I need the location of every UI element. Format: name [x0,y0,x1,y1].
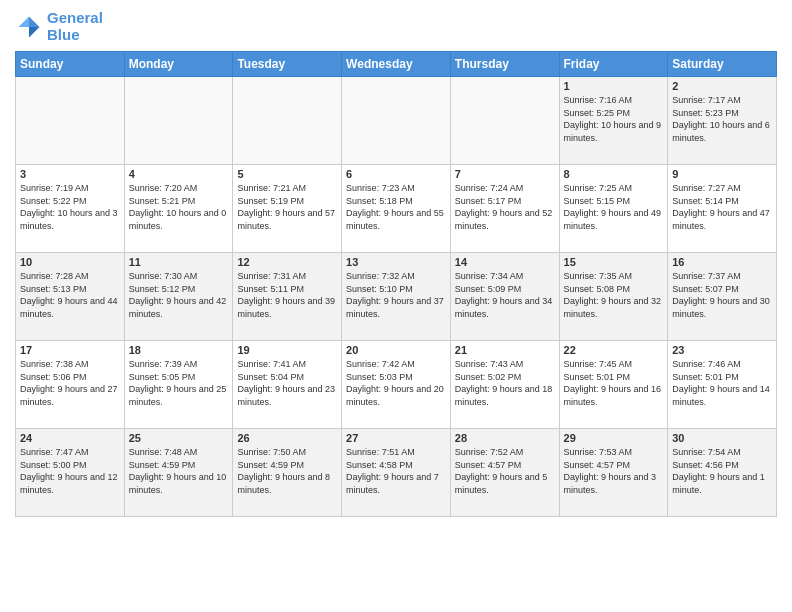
day-number: 6 [346,168,446,180]
calendar-cell: 19Sunrise: 7:41 AM Sunset: 5:04 PM Dayli… [233,341,342,429]
day-info: Sunrise: 7:16 AM Sunset: 5:25 PM Dayligh… [564,94,664,144]
day-info: Sunrise: 7:37 AM Sunset: 5:07 PM Dayligh… [672,270,772,320]
page-container: General Blue SundayMondayTuesdayWednesda… [0,0,792,527]
logo-text: General Blue [47,10,103,43]
calendar-cell [124,77,233,165]
svg-marker-1 [29,27,40,38]
day-info: Sunrise: 7:23 AM Sunset: 5:18 PM Dayligh… [346,182,446,232]
calendar-cell: 23Sunrise: 7:46 AM Sunset: 5:01 PM Dayli… [668,341,777,429]
day-info: Sunrise: 7:39 AM Sunset: 5:05 PM Dayligh… [129,358,229,408]
page-header: General Blue [15,10,777,43]
weekday-header-sunday: Sunday [16,52,125,77]
day-info: Sunrise: 7:21 AM Sunset: 5:19 PM Dayligh… [237,182,337,232]
day-number: 8 [564,168,664,180]
calendar-cell: 10Sunrise: 7:28 AM Sunset: 5:13 PM Dayli… [16,253,125,341]
day-number: 15 [564,256,664,268]
calendar-cell: 28Sunrise: 7:52 AM Sunset: 4:57 PM Dayli… [450,429,559,517]
day-info: Sunrise: 7:24 AM Sunset: 5:17 PM Dayligh… [455,182,555,232]
day-number: 30 [672,432,772,444]
day-number: 7 [455,168,555,180]
day-info: Sunrise: 7:27 AM Sunset: 5:14 PM Dayligh… [672,182,772,232]
calendar-table: SundayMondayTuesdayWednesdayThursdayFrid… [15,51,777,517]
day-number: 5 [237,168,337,180]
day-number: 14 [455,256,555,268]
day-number: 4 [129,168,229,180]
day-number: 28 [455,432,555,444]
day-number: 11 [129,256,229,268]
day-info: Sunrise: 7:52 AM Sunset: 4:57 PM Dayligh… [455,446,555,496]
calendar-cell: 7Sunrise: 7:24 AM Sunset: 5:17 PM Daylig… [450,165,559,253]
logo: General Blue [15,10,103,43]
day-info: Sunrise: 7:50 AM Sunset: 4:59 PM Dayligh… [237,446,337,496]
calendar-cell [233,77,342,165]
calendar-cell: 29Sunrise: 7:53 AM Sunset: 4:57 PM Dayli… [559,429,668,517]
day-number: 17 [20,344,120,356]
weekday-header-wednesday: Wednesday [342,52,451,77]
day-number: 26 [237,432,337,444]
calendar-cell: 13Sunrise: 7:32 AM Sunset: 5:10 PM Dayli… [342,253,451,341]
day-info: Sunrise: 7:17 AM Sunset: 5:23 PM Dayligh… [672,94,772,144]
calendar-cell: 14Sunrise: 7:34 AM Sunset: 5:09 PM Dayli… [450,253,559,341]
day-number: 12 [237,256,337,268]
weekday-header-tuesday: Tuesday [233,52,342,77]
day-number: 27 [346,432,446,444]
calendar-cell: 6Sunrise: 7:23 AM Sunset: 5:18 PM Daylig… [342,165,451,253]
day-info: Sunrise: 7:42 AM Sunset: 5:03 PM Dayligh… [346,358,446,408]
calendar-cell: 3Sunrise: 7:19 AM Sunset: 5:22 PM Daylig… [16,165,125,253]
calendar-header-row: SundayMondayTuesdayWednesdayThursdayFrid… [16,52,777,77]
calendar-cell: 24Sunrise: 7:47 AM Sunset: 5:00 PM Dayli… [16,429,125,517]
day-number: 18 [129,344,229,356]
day-number: 21 [455,344,555,356]
day-info: Sunrise: 7:28 AM Sunset: 5:13 PM Dayligh… [20,270,120,320]
calendar-cell: 11Sunrise: 7:30 AM Sunset: 5:12 PM Dayli… [124,253,233,341]
weekday-header-saturday: Saturday [668,52,777,77]
day-info: Sunrise: 7:51 AM Sunset: 4:58 PM Dayligh… [346,446,446,496]
svg-marker-0 [29,16,40,27]
day-number: 29 [564,432,664,444]
calendar-cell: 26Sunrise: 7:50 AM Sunset: 4:59 PM Dayli… [233,429,342,517]
calendar-cell: 22Sunrise: 7:45 AM Sunset: 5:01 PM Dayli… [559,341,668,429]
weekday-header-monday: Monday [124,52,233,77]
calendar-cell: 4Sunrise: 7:20 AM Sunset: 5:21 PM Daylig… [124,165,233,253]
calendar-cell: 30Sunrise: 7:54 AM Sunset: 4:56 PM Dayli… [668,429,777,517]
calendar-week-2: 3Sunrise: 7:19 AM Sunset: 5:22 PM Daylig… [16,165,777,253]
day-info: Sunrise: 7:38 AM Sunset: 5:06 PM Dayligh… [20,358,120,408]
calendar-cell: 21Sunrise: 7:43 AM Sunset: 5:02 PM Dayli… [450,341,559,429]
day-info: Sunrise: 7:54 AM Sunset: 4:56 PM Dayligh… [672,446,772,496]
calendar-cell: 12Sunrise: 7:31 AM Sunset: 5:11 PM Dayli… [233,253,342,341]
day-number: 2 [672,80,772,92]
calendar-cell [16,77,125,165]
day-number: 9 [672,168,772,180]
day-info: Sunrise: 7:32 AM Sunset: 5:10 PM Dayligh… [346,270,446,320]
day-number: 1 [564,80,664,92]
day-number: 24 [20,432,120,444]
calendar-cell: 2Sunrise: 7:17 AM Sunset: 5:23 PM Daylig… [668,77,777,165]
day-info: Sunrise: 7:53 AM Sunset: 4:57 PM Dayligh… [564,446,664,496]
calendar-cell: 18Sunrise: 7:39 AM Sunset: 5:05 PM Dayli… [124,341,233,429]
day-info: Sunrise: 7:31 AM Sunset: 5:11 PM Dayligh… [237,270,337,320]
day-info: Sunrise: 7:34 AM Sunset: 5:09 PM Dayligh… [455,270,555,320]
calendar-cell: 16Sunrise: 7:37 AM Sunset: 5:07 PM Dayli… [668,253,777,341]
day-info: Sunrise: 7:35 AM Sunset: 5:08 PM Dayligh… [564,270,664,320]
calendar-cell: 5Sunrise: 7:21 AM Sunset: 5:19 PM Daylig… [233,165,342,253]
weekday-header-thursday: Thursday [450,52,559,77]
day-info: Sunrise: 7:46 AM Sunset: 5:01 PM Dayligh… [672,358,772,408]
day-number: 3 [20,168,120,180]
day-number: 23 [672,344,772,356]
calendar-cell [342,77,451,165]
calendar-week-5: 24Sunrise: 7:47 AM Sunset: 5:00 PM Dayli… [16,429,777,517]
svg-marker-2 [19,16,30,27]
day-number: 19 [237,344,337,356]
calendar-week-3: 10Sunrise: 7:28 AM Sunset: 5:13 PM Dayli… [16,253,777,341]
day-number: 16 [672,256,772,268]
day-info: Sunrise: 7:25 AM Sunset: 5:15 PM Dayligh… [564,182,664,232]
calendar-week-4: 17Sunrise: 7:38 AM Sunset: 5:06 PM Dayli… [16,341,777,429]
calendar-cell: 25Sunrise: 7:48 AM Sunset: 4:59 PM Dayli… [124,429,233,517]
day-info: Sunrise: 7:19 AM Sunset: 5:22 PM Dayligh… [20,182,120,232]
day-number: 10 [20,256,120,268]
calendar-cell [450,77,559,165]
day-number: 20 [346,344,446,356]
weekday-header-friday: Friday [559,52,668,77]
day-number: 13 [346,256,446,268]
day-info: Sunrise: 7:48 AM Sunset: 4:59 PM Dayligh… [129,446,229,496]
